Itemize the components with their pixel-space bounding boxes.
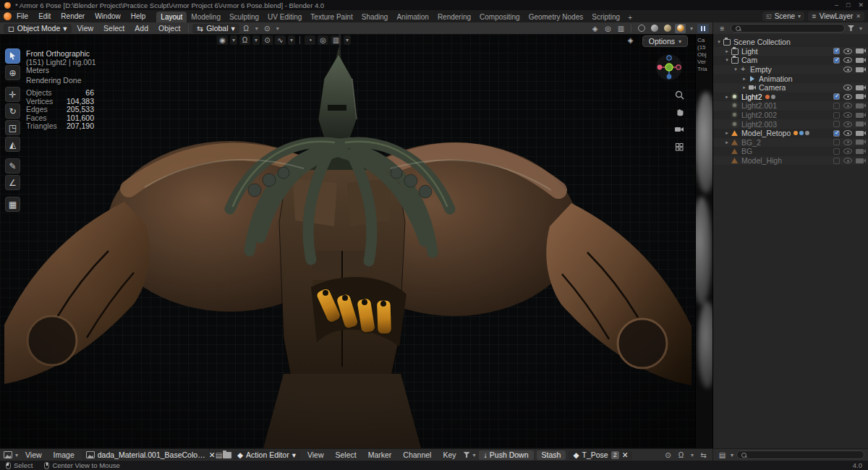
disable-render-icon[interactable] (856, 85, 864, 90)
disable-render-icon[interactable] (856, 48, 864, 54)
hide-eye-icon[interactable] (843, 85, 852, 90)
filter-caret-icon[interactable]: ▾ (857, 24, 864, 33)
options-button[interactable]: Options ▾ (642, 35, 688, 47)
add-workspace-button[interactable]: + (624, 13, 636, 22)
minimize-button[interactable]: – (835, 1, 838, 9)
menu-render[interactable]: Render (56, 12, 90, 21)
add-cube-tool-button[interactable]: ▦ (5, 197, 20, 212)
navigation-gizmo[interactable] (655, 53, 684, 82)
shading-material-button[interactable] (662, 24, 673, 33)
dopesheet-filter-icon[interactable] (464, 452, 470, 458)
exclude-checkbox[interactable] (833, 93, 840, 100)
properties-editor-icon[interactable]: ▤ (717, 450, 728, 460)
pivot-point-icon[interactable]: ◉ (217, 35, 228, 45)
measure-tool-button[interactable]: ∠ (5, 175, 20, 190)
hide-eye-icon[interactable] (843, 67, 852, 72)
editor-caret-icon[interactable]: ▾ (15, 452, 18, 458)
menu-view[interactable]: View (303, 450, 328, 459)
outliner-item-label[interactable]: BG_2 (741, 138, 761, 147)
menu-help[interactable]: Help (126, 12, 151, 21)
disable-render-icon[interactable] (856, 158, 864, 163)
overlays-caret-icon[interactable]: ▾ (344, 35, 351, 45)
toggle-xray-icon[interactable]: ▥ (331, 35, 341, 45)
hide-eye-icon[interactable] (843, 94, 852, 100)
disable-render-icon[interactable] (856, 67, 864, 72)
editor-caret-icon[interactable]: ▾ (731, 452, 733, 458)
select-box-tool-button[interactable] (5, 48, 20, 64)
hide-eye-icon[interactable] (843, 158, 852, 163)
mode-dropdown[interactable]: ◻ Object Mode ▾ (4, 24, 72, 33)
tab-texture-paint[interactable]: Texture Paint (306, 12, 357, 22)
menu-object[interactable]: Object (154, 24, 184, 33)
tab-uv-editing[interactable]: UV Editing (263, 12, 306, 22)
pause-render-button[interactable] (697, 24, 709, 33)
transform-orientation-dropdown[interactable]: ⇆ Global ▾ (192, 24, 239, 33)
copy-swap-icon[interactable]: ⇆ (698, 450, 709, 460)
shading-rendered-button[interactable] (675, 24, 686, 33)
exclude-checkbox[interactable] (833, 112, 840, 119)
hide-eye-icon[interactable] (843, 130, 852, 136)
outliner-row-light2-002[interactable]: Light2.002 (713, 111, 868, 120)
outliner-row-animation[interactable]: ▸ Animation (713, 74, 868, 83)
hide-eye-icon[interactable] (843, 121, 852, 127)
action-users-count[interactable]: 2 (611, 451, 619, 459)
pivot-caret-icon[interactable]: ▾ (230, 35, 237, 45)
falloff-caret-icon[interactable]: ▾ (288, 35, 295, 45)
toggle-ortho-grid-icon[interactable] (673, 141, 685, 153)
exclude-checkbox[interactable] (833, 57, 840, 64)
hide-eye-icon[interactable] (843, 112, 852, 118)
overlays-icon[interactable]: ◎ (318, 35, 328, 45)
expand-arrow-icon[interactable]: ▾ (715, 39, 723, 45)
exclude-checkbox[interactable] (833, 148, 840, 155)
expand-arrow-icon[interactable]: ▾ (723, 57, 731, 63)
hide-eye-icon[interactable] (843, 140, 852, 145)
exclude-checkbox[interactable] (833, 130, 840, 137)
falloff-curve-icon[interactable]: ∿ (275, 35, 286, 45)
scene-selector[interactable]: ◱ Scene ▾ (762, 12, 804, 21)
outliner-row-bg[interactable]: BG (713, 147, 868, 156)
action-unlink-icon[interactable]: ✕ (622, 450, 629, 459)
show-visibility-icon[interactable]: ◔ (305, 35, 315, 45)
outliner-search-input[interactable] (731, 24, 845, 33)
filter-caret-icon[interactable]: ▾ (473, 452, 476, 458)
outliner-item-label[interactable]: Light2 (741, 93, 762, 101)
tab-compositing[interactable]: Compositing (475, 12, 524, 22)
proportional-falloff-icon[interactable]: ⊙ (262, 35, 273, 45)
exclude-checkbox[interactable] (833, 121, 840, 127)
viewport-3d[interactable]: ◉ ▾ Ω ▾ ⊙ ∿ ▾ ◔ ◎ ▥ ▾ ◈ ◔ Options ▾ (0, 34, 696, 448)
hide-eye-icon[interactable] (843, 103, 852, 108)
proportional-caret-icon[interactable]: ▾ (274, 24, 281, 33)
tab-animation[interactable]: Animation (392, 12, 433, 22)
viewlayer-selector[interactable]: ≣ ViewLayer ✕ (808, 12, 864, 21)
disable-render-icon[interactable] (856, 121, 864, 127)
outliner-row-scene-collection[interactable]: ▾ Scene Collection (713, 38, 868, 47)
expand-arrow-icon[interactable]: ▸ (723, 48, 731, 54)
outliner-row-model-high[interactable]: Model_High (713, 156, 868, 166)
outliner-item-label[interactable]: Camera (759, 83, 786, 92)
hide-eye-icon[interactable] (843, 148, 852, 154)
scale-tool-button[interactable]: ◳ (5, 120, 20, 135)
hide-eye-icon[interactable] (843, 57, 852, 63)
proportional-edit-icon[interactable]: ⊙ (262, 24, 273, 33)
tab-modeling[interactable]: Modeling (187, 12, 225, 22)
disable-render-icon[interactable] (856, 149, 864, 154)
menu-image[interactable]: Image (49, 450, 79, 459)
dope-sheet-mode-dropdown[interactable]: ◆ Action Editor ▾ (233, 450, 300, 460)
exclude-checkbox[interactable] (833, 48, 840, 54)
menu-edit[interactable]: Edit (33, 12, 56, 21)
pan-hand-icon[interactable] (673, 106, 685, 118)
shading-caret-icon[interactable]: ▾ (688, 24, 695, 33)
properties-search-input[interactable] (736, 450, 864, 459)
action-datablock[interactable]: ◆ T_Pose 2 ✕ (569, 450, 632, 460)
outliner-item-label[interactable]: Empty (750, 65, 772, 74)
outliner-row-camera[interactable]: ▸ Camera (713, 83, 868, 93)
tab-geometry-nodes[interactable]: Geometry Nodes (524, 12, 588, 22)
expand-arrow-icon[interactable]: ▸ (741, 85, 748, 90)
expand-arrow-icon[interactable]: ▸ (723, 94, 731, 100)
disable-render-icon[interactable] (856, 131, 864, 136)
menu-add[interactable]: Add (130, 24, 153, 33)
open-image-folder-icon[interactable] (223, 452, 231, 458)
disable-render-icon[interactable] (856, 103, 864, 108)
outliner-item-label[interactable]: Light2.002 (741, 111, 777, 119)
outliner-row-light2-001[interactable]: Light2.001 (713, 101, 868, 111)
